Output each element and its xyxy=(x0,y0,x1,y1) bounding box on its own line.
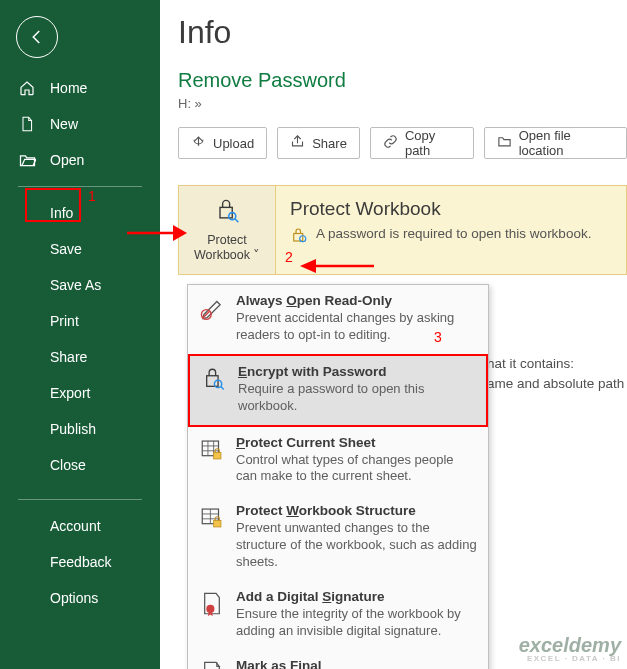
nav-publish[interactable]: Publish xyxy=(0,411,160,447)
nav-label: Print xyxy=(50,313,79,329)
menu-title: Mark as Final xyxy=(236,658,478,669)
sheet-lock-icon xyxy=(198,435,226,486)
menu-protect-sheet[interactable]: Protect Current SheetControl what types … xyxy=(188,427,488,496)
menu-digital-signature[interactable]: Add a Digital SignatureEnsure the integr… xyxy=(188,581,488,650)
share-icon xyxy=(290,134,305,152)
link-icon xyxy=(383,134,398,152)
watermark: exceldemy EXCEL · DATA · BI xyxy=(519,635,621,663)
menu-protect-structure[interactable]: Protect Workbook StructurePrevent unwant… xyxy=(188,495,488,581)
menu-desc: Control what types of changes people can… xyxy=(236,452,478,486)
open-icon xyxy=(18,153,36,167)
background-text: hat it contains: ame and absolute path xyxy=(487,354,624,393)
open-location-button[interactable]: Open file location xyxy=(484,127,627,159)
action-label: Upload xyxy=(213,136,254,151)
nav-open[interactable]: Open xyxy=(0,142,160,178)
menu-desc: Prevent unwanted changes to the structur… xyxy=(236,520,478,571)
nav-label: Save xyxy=(50,241,82,257)
menu-desc: Require a password to open this workbook… xyxy=(238,381,476,415)
home-icon xyxy=(18,80,36,96)
share-button[interactable]: Share xyxy=(277,127,360,159)
nav-new[interactable]: New xyxy=(0,106,160,142)
lock-key-icon xyxy=(200,364,228,415)
menu-title: Add a Digital Signature xyxy=(236,589,478,604)
pencil-block-icon xyxy=(198,293,226,344)
nav-label: Share xyxy=(50,349,87,365)
nav-divider xyxy=(18,186,142,187)
nav-close[interactable]: Close xyxy=(0,447,160,483)
menu-desc: Ensure the integrity of the workbook by … xyxy=(236,606,478,640)
action-label: Open file location xyxy=(519,128,614,158)
protect-info: Protect Workbook A password is required … xyxy=(275,185,627,275)
backstage-sidebar: Home New Open Info Save Save As Print Sh… xyxy=(0,0,160,669)
protect-desc: A password is required to open this work… xyxy=(316,226,591,241)
nav-share[interactable]: Share xyxy=(0,339,160,375)
svg-point-23 xyxy=(206,605,214,613)
menu-title: Always Open Read-Only xyxy=(236,293,478,308)
nav-home[interactable]: Home xyxy=(0,70,160,106)
lock-key-icon xyxy=(213,196,241,229)
nav-print[interactable]: Print xyxy=(0,303,160,339)
protect-dropdown-menu: Always Open Read-OnlyPrevent accidental … xyxy=(187,284,489,669)
lock-person-icon xyxy=(290,226,308,247)
nav-label: Options xyxy=(50,590,98,606)
document-title: Remove Password xyxy=(178,69,627,92)
nav-label: Account xyxy=(50,518,101,534)
back-button[interactable] xyxy=(16,16,58,58)
upload-button[interactable]: Upload xyxy=(178,127,267,159)
nav-options[interactable]: Options xyxy=(0,580,160,616)
upload-icon xyxy=(191,134,206,152)
nav-label: Publish xyxy=(50,421,96,437)
new-icon xyxy=(18,116,36,132)
nav-label: Export xyxy=(50,385,90,401)
nav-label: Save As xyxy=(50,277,101,293)
menu-title: Protect Workbook Structure xyxy=(236,503,478,518)
protect-heading: Protect Workbook xyxy=(290,198,612,220)
menu-mark-final[interactable]: Mark as FinalLet readers know the docume… xyxy=(188,650,488,669)
nav-label: Open xyxy=(50,152,84,168)
nav-account[interactable]: Account xyxy=(0,508,160,544)
nav-feedback[interactable]: Feedback xyxy=(0,544,160,580)
menu-title: Encrypt with Password xyxy=(238,364,476,379)
nav-label: Feedback xyxy=(50,554,111,570)
nav-save-as[interactable]: Save As xyxy=(0,267,160,303)
nav-export[interactable]: Export xyxy=(0,375,160,411)
nav-label: New xyxy=(50,116,78,132)
protect-section: ProtectWorkbook˅ Protect Workbook A pass… xyxy=(178,185,627,275)
svg-rect-2 xyxy=(294,234,303,242)
copy-path-button[interactable]: Copy path xyxy=(370,127,474,159)
nav-info[interactable]: Info xyxy=(0,195,160,231)
protect-workbook-button[interactable]: ProtectWorkbook˅ xyxy=(178,185,275,275)
document-final-icon xyxy=(198,658,226,669)
document-path: H: » xyxy=(178,96,627,111)
action-row: Upload Share Copy path Open file locatio… xyxy=(178,127,627,159)
nav-label: Info xyxy=(50,205,73,221)
nav-label: Home xyxy=(50,80,87,96)
svg-rect-17 xyxy=(214,452,221,459)
nav-label: Close xyxy=(50,457,86,473)
action-label: Copy path xyxy=(405,128,461,158)
menu-always-open-readonly[interactable]: Always Open Read-OnlyPrevent accidental … xyxy=(188,285,488,354)
svg-rect-22 xyxy=(214,521,221,528)
workbook-lock-icon xyxy=(198,503,226,571)
nav-save[interactable]: Save xyxy=(0,231,160,267)
page-title: Info xyxy=(178,14,627,51)
menu-desc: Prevent accidental changes by asking rea… xyxy=(236,310,478,344)
action-label: Share xyxy=(312,136,347,151)
certificate-icon xyxy=(198,589,226,640)
nav-divider xyxy=(18,499,142,500)
folder-icon xyxy=(497,134,512,152)
menu-encrypt-password[interactable]: Encrypt with PasswordRequire a password … xyxy=(188,354,488,427)
chevron-down-icon: ˅ xyxy=(253,248,260,262)
menu-title: Protect Current Sheet xyxy=(236,435,478,450)
